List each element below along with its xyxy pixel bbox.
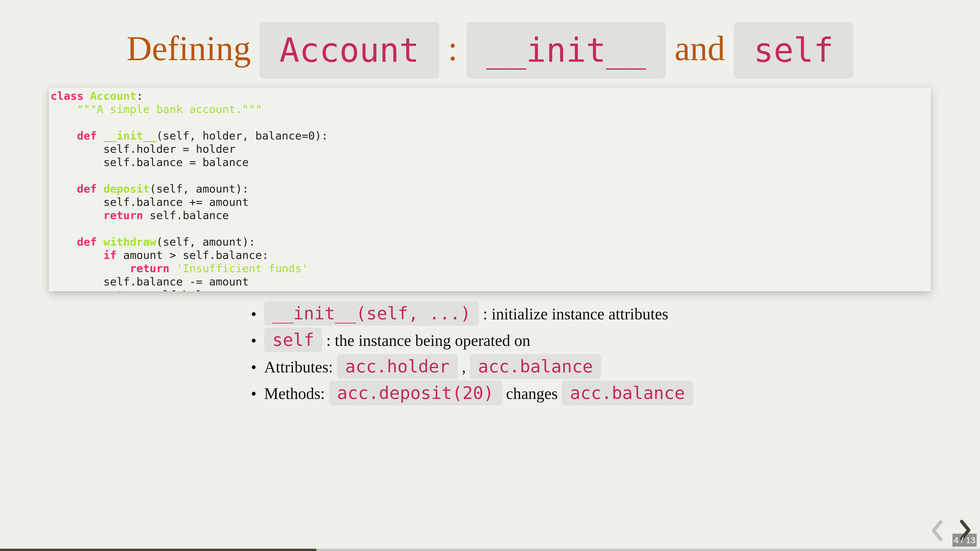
bullet-text: : the instance being operated on — [322, 332, 530, 349]
code-token: class — [51, 89, 83, 102]
code-token: self.balance -= amount — [51, 275, 249, 288]
inline-code-chip: __init__(self, ...) — [264, 301, 479, 326]
code-token: self.holder = holder — [51, 143, 235, 156]
bullet-text: changes — [502, 385, 562, 403]
presentation-slide: Defining Account : __init__ and self cla… — [0, 0, 980, 551]
code-line: def __init__(self, holder, balance=0): — [51, 129, 931, 142]
code-lines: class Account: """A simple bank account.… — [51, 89, 931, 291]
code-line: self.balance -= amount — [51, 275, 931, 288]
bullet-list: __init__(self, ...) : initialize instanc… — [251, 301, 693, 407]
title-inline-code-self: self — [734, 22, 853, 79]
code-token: (self, amount): — [150, 183, 248, 195]
code-line: def withdraw(self, amount): — [51, 235, 931, 248]
bullet-item: Methods: acc.deposit(20) changes acc.bal… — [251, 380, 693, 407]
title-text-defining: Defining — [127, 22, 251, 79]
code-token — [83, 89, 90, 102]
title-text-colon: : — [448, 22, 458, 79]
code-line: return self.balance — [51, 209, 931, 222]
bullet-text: , — [458, 358, 470, 376]
code-token — [51, 289, 103, 291]
code-line — [51, 222, 931, 235]
code-line: """A simple bank account.""" — [51, 103, 931, 116]
code-token: withdraw — [103, 235, 156, 248]
inline-code-chip: acc.balance — [562, 381, 693, 405]
code-token: return — [130, 262, 169, 275]
bullet-item: Attributes: acc.holder , acc.balance — [251, 354, 693, 380]
code-line: return self.balance — [51, 288, 931, 291]
code-token — [97, 183, 103, 195]
code-token — [51, 262, 130, 275]
code-token: return — [103, 289, 143, 291]
code-token — [51, 103, 77, 116]
code-token: Account — [90, 89, 136, 102]
inline-code-chip: acc.holder — [337, 354, 458, 379]
code-token — [169, 262, 176, 275]
bullet-text: Attributes: — [264, 358, 337, 376]
code-token — [51, 183, 77, 195]
code-token: """A simple bank account.""" — [77, 103, 262, 116]
inline-code-chip: acc.deposit(20) — [329, 381, 502, 405]
slide-title: Defining Account : __init__ and self — [0, 22, 980, 79]
code-line — [51, 169, 931, 182]
code-token — [51, 235, 77, 248]
code-token: __init__ — [103, 129, 156, 142]
progress-bar-fill — [0, 549, 317, 551]
title-text-and: and — [675, 22, 725, 79]
code-line: return 'Insufficient funds' — [51, 262, 931, 275]
code-line — [51, 116, 931, 129]
code-token: def — [77, 129, 97, 142]
code-token: def — [77, 235, 97, 248]
code-block-panel: class Account: """A simple bank account.… — [49, 87, 931, 291]
code-token: def — [77, 183, 97, 195]
code-token: self.balance — [143, 209, 229, 222]
bullet-text: : initialize instance attributes — [479, 305, 668, 323]
code-token: amount > self.balance: — [117, 249, 269, 262]
code-token: 'Insufficient funds' — [176, 262, 308, 275]
code-line: class Account: — [51, 89, 931, 103]
code-token — [51, 209, 103, 222]
chevron-left-icon — [929, 519, 945, 541]
code-token — [97, 129, 103, 142]
code-token — [51, 129, 77, 142]
code-line: def deposit(self, amount): — [51, 182, 931, 195]
code-token: self.balance = balance — [51, 156, 249, 168]
slide-number-badge: 4 / 13 — [953, 534, 977, 547]
code-line: self.balance += amount — [51, 195, 931, 209]
code-line: self.holder = holder — [51, 142, 931, 156]
code-token: self.balance += amount — [51, 196, 249, 208]
code-token: : — [137, 89, 143, 102]
code-token: if — [103, 249, 117, 262]
nav-prev-button[interactable] — [929, 519, 945, 541]
code-token: deposit — [103, 183, 150, 195]
title-inline-code-account: Account — [259, 22, 439, 79]
inline-code-chip: acc.balance — [470, 354, 601, 379]
code-line: self.balance = balance — [51, 156, 931, 169]
code-token: return — [103, 209, 143, 222]
code-token — [51, 249, 103, 262]
progress-bar[interactable] — [0, 549, 980, 551]
code-token: (self, amount): — [156, 235, 255, 248]
code-token: (self, holder, balance=0): — [156, 129, 328, 142]
inline-code-chip: self — [264, 327, 322, 352]
code-line: if amount > self.balance: — [51, 248, 931, 262]
bullet-text: Methods: — [264, 385, 329, 403]
title-inline-code-init: __init__ — [466, 22, 666, 79]
bullet-item: self : the instance being operated on — [251, 327, 693, 354]
bullet-item: __init__(self, ...) : initialize instanc… — [251, 301, 693, 327]
code-token — [97, 235, 103, 248]
code-token: self.balance — [143, 289, 229, 291]
